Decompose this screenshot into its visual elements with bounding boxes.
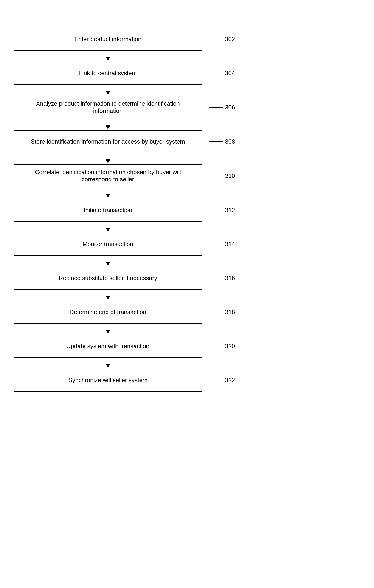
box-318: Determine end of transaction	[14, 301, 202, 324]
label-line	[209, 244, 223, 244]
arrow-down	[106, 290, 110, 301]
arrow-down	[106, 153, 110, 164]
label-318: 318	[209, 309, 235, 316]
label-line	[209, 278, 223, 278]
box-314: Monitor transaction	[14, 232, 202, 255]
arrow-down-container	[14, 119, 202, 130]
label-316: 316	[209, 274, 235, 282]
step-row: Update system with transaction320	[14, 335, 360, 357]
arrow-line	[108, 324, 108, 330]
arrow-down-container	[14, 188, 202, 199]
arrow-head	[106, 330, 110, 334]
label-308: 308	[209, 138, 235, 145]
step-number: 318	[225, 309, 235, 316]
arrow-head	[106, 126, 110, 129]
step-number: 314	[225, 241, 235, 248]
arrow-line	[108, 119, 108, 126]
arrow-line	[108, 357, 108, 364]
box-312: Initiate transaction	[14, 199, 202, 221]
label-310: 310	[209, 172, 235, 179]
label-line	[209, 107, 223, 107]
step-row: Monitor transaction314	[14, 232, 360, 255]
arrow-down-container	[14, 51, 202, 62]
arrow-down	[106, 84, 110, 95]
arrow-line	[108, 221, 108, 228]
arrow-head	[106, 159, 110, 163]
box-316: Replace substitute seller if necessary	[14, 267, 202, 290]
box-302: Enter product information	[14, 28, 202, 51]
arrow-line	[108, 84, 108, 91]
step-number: 316	[225, 274, 235, 282]
arrow-head	[106, 91, 110, 95]
flowchart: Enter product information302Link to cent…	[14, 28, 360, 391]
arrow-down-container	[14, 357, 202, 368]
label-line	[209, 141, 223, 142]
arrow-down	[106, 119, 110, 130]
label-line	[209, 346, 223, 346]
label-line	[209, 73, 223, 73]
arrow-down-container	[14, 290, 202, 301]
step-number: 308	[225, 138, 235, 145]
step-number: 306	[225, 104, 235, 111]
step-row: Link to central system304	[14, 62, 360, 84]
step-row: Correlate identification information cho…	[14, 164, 360, 188]
step-row: Initiate transaction312	[14, 199, 360, 221]
arrow-down	[106, 324, 110, 335]
arrow-down	[106, 255, 110, 267]
box-310: Correlate identification information cho…	[14, 164, 202, 188]
step-number: 302	[225, 36, 235, 43]
step-number: 310	[225, 172, 235, 179]
label-line	[209, 312, 223, 312]
box-308: Store identification information for acc…	[14, 130, 202, 153]
arrow-down-container	[14, 255, 202, 267]
step-row: Replace substitute seller if necessary31…	[14, 267, 360, 290]
box-320: Update system with transaction	[14, 335, 202, 357]
arrow-head	[106, 228, 110, 232]
arrow-down-container	[14, 153, 202, 164]
box-306: Analyze product information to determine…	[14, 95, 202, 119]
arrow-down	[106, 51, 110, 62]
label-line	[209, 176, 223, 176]
step-row: Analyze product information to determine…	[14, 95, 360, 119]
step-row: Synchronize will seller system322	[14, 368, 360, 391]
label-314: 314	[209, 241, 235, 248]
arrow-head	[106, 57, 110, 61]
step-number: 320	[225, 343, 235, 350]
box-304: Link to central system	[14, 62, 202, 84]
arrow-down	[106, 221, 110, 232]
arrow-down-container	[14, 84, 202, 95]
label-306: 306	[209, 104, 235, 111]
arrow-down	[106, 188, 110, 199]
step-number: 312	[225, 207, 235, 214]
label-line	[209, 39, 223, 39]
label-line	[209, 380, 223, 380]
step-number: 322	[225, 377, 235, 384]
arrow-down-container	[14, 221, 202, 232]
arrow-line	[108, 255, 108, 262]
box-322: Synchronize will seller system	[14, 368, 202, 391]
arrow-head	[106, 296, 110, 300]
arrow-line	[108, 153, 108, 159]
label-302: 302	[209, 36, 235, 43]
arrow-down-container	[14, 324, 202, 335]
arrow-line	[108, 188, 108, 194]
label-312: 312	[209, 207, 235, 214]
label-322: 322	[209, 377, 235, 384]
arrow-line	[108, 290, 108, 296]
arrow-head	[106, 194, 110, 198]
step-row: Determine end of transaction318	[14, 301, 360, 324]
arrow-head	[106, 262, 110, 266]
arrow-head	[106, 364, 110, 368]
step-row: Enter product information302	[14, 28, 360, 51]
label-304: 304	[209, 70, 235, 77]
step-row: Store identification information for acc…	[14, 130, 360, 153]
step-number: 304	[225, 70, 235, 77]
label-320: 320	[209, 343, 235, 350]
arrow-line	[108, 51, 108, 57]
label-line	[209, 210, 223, 210]
arrow-down	[106, 357, 110, 368]
